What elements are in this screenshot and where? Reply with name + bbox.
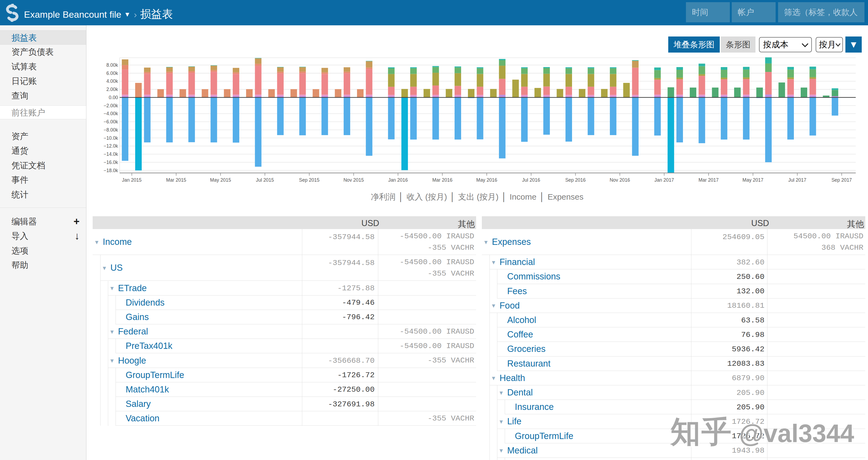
- svg-text:8.00k: 8.00k: [106, 62, 118, 68]
- svg-text:Jan 2015: Jan 2015: [122, 177, 142, 183]
- svg-text:−10.0k: −10.0k: [103, 135, 118, 141]
- svg-text:Nov 2016: Nov 2016: [610, 177, 630, 183]
- svg-text:Jan 2016: Jan 2016: [388, 177, 408, 183]
- svg-text:Jan 2017: Jan 2017: [654, 177, 674, 183]
- svg-text:−18.0k: −18.0k: [103, 168, 118, 173]
- svg-text:−8.00k: −8.00k: [103, 127, 118, 133]
- svg-text:−14.0k: −14.0k: [103, 152, 118, 157]
- svg-text:−12.0k: −12.0k: [103, 143, 118, 149]
- svg-text:Sep 2017: Sep 2017: [832, 177, 852, 183]
- svg-text:May 2016: May 2016: [476, 177, 497, 183]
- svg-text:−16.0k: −16.0k: [103, 160, 118, 165]
- svg-text:Mar 2016: Mar 2016: [432, 177, 453, 183]
- svg-text:May 2015: May 2015: [210, 177, 231, 183]
- svg-text:2.00k: 2.00k: [106, 87, 118, 92]
- svg-text:Mar 2015: Mar 2015: [166, 177, 186, 183]
- svg-text:Nov 2015: Nov 2015: [343, 177, 364, 183]
- svg-text:Jul 2017: Jul 2017: [788, 177, 806, 183]
- svg-text:May 2017: May 2017: [742, 177, 763, 183]
- svg-text:−2.00k: −2.00k: [103, 103, 118, 108]
- svg-text:Mar 2017: Mar 2017: [699, 177, 719, 183]
- svg-text:−6.00k: −6.00k: [103, 119, 118, 125]
- svg-text:4.00k: 4.00k: [106, 78, 118, 84]
- svg-text:Jul 2016: Jul 2016: [522, 177, 540, 183]
- svg-text:−4.00k: −4.00k: [103, 111, 118, 116]
- svg-text:Sep 2016: Sep 2016: [565, 177, 586, 183]
- svg-text:Jul 2015: Jul 2015: [256, 177, 274, 183]
- svg-text:Sep 2015: Sep 2015: [299, 177, 319, 183]
- svg-text:6.00k: 6.00k: [106, 70, 118, 76]
- svg-text:0.00: 0.00: [109, 95, 118, 100]
